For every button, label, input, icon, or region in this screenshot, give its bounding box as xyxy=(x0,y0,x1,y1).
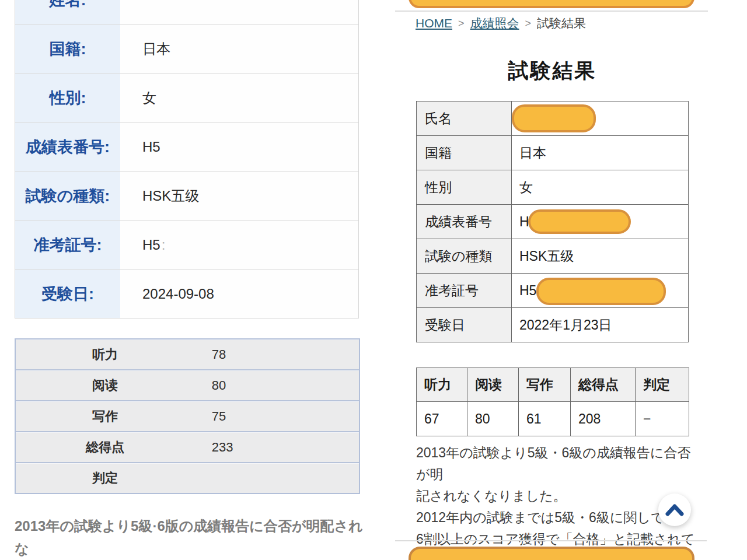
score-header: 判定 xyxy=(636,368,689,402)
row-label: 氏名 xyxy=(417,102,512,135)
breadcrumb-results-link[interactable]: 成績照会 xyxy=(470,15,519,32)
row-value: 女 xyxy=(512,170,688,204)
score-value: 80 xyxy=(194,370,359,400)
row-label: 准考証号 xyxy=(417,274,512,307)
redaction-mark xyxy=(528,209,631,234)
score-value: 67 xyxy=(417,402,467,436)
table-row: 准考証号: H5 : xyxy=(15,220,358,270)
score-header: 听力 xyxy=(417,368,467,402)
row-value: 女 xyxy=(120,74,358,122)
row-value xyxy=(512,102,688,135)
right-note-text: 2013年の試験より5級・6級の成績報告に合否が明 記されなくなりました。 20… xyxy=(416,442,699,560)
left-score-table: 听力 78 阅读 80 写作 75 総得点 233 判定 xyxy=(15,338,360,494)
breadcrumb-separator: > xyxy=(525,18,532,30)
chevron-up-icon xyxy=(665,503,685,516)
table-row: 性別: 女 xyxy=(15,74,358,123)
score-header-row: 听力 阅读 写作 総得点 判定 xyxy=(417,368,689,402)
row-value-text: H5 xyxy=(142,237,160,253)
row-value-text: H5 xyxy=(519,283,536,299)
row-value: 日本 xyxy=(512,136,688,170)
table-row: 听力 78 xyxy=(16,340,359,370)
score-label: 听力 xyxy=(16,340,194,369)
table-row: 受験日 2022年1月23日 xyxy=(417,308,688,342)
table-row: 受験日: 2024-09-08 xyxy=(15,270,358,318)
row-value: 日本 xyxy=(120,24,358,73)
left-note-text: 2013年の試験より5級·6版の成績報告に合否が明配されな くなりました。 xyxy=(15,514,368,560)
redaction-bar-bottom xyxy=(409,547,694,560)
divider-line xyxy=(395,540,707,541)
row-value xyxy=(120,0,358,24)
score-value: 78 xyxy=(194,340,359,369)
breadcrumb-home-link[interactable]: HOME xyxy=(416,16,452,30)
table-row: 成績表番号: H5 xyxy=(15,123,358,172)
score-label: 判定 xyxy=(16,463,194,493)
score-header: 阅读 xyxy=(467,368,519,402)
table-row: 国籍 日本 xyxy=(417,136,688,170)
score-value: 75 xyxy=(194,401,359,431)
score-value xyxy=(194,463,359,493)
scroll-to-top-button[interactable] xyxy=(658,494,691,526)
row-label: 成績表番号 xyxy=(417,205,512,239)
redaction-bar-top xyxy=(409,0,694,8)
right-score-table: 听力 阅读 写作 総得点 判定 67 80 61 208 − xyxy=(416,368,689,436)
row-label: 姓名: xyxy=(15,0,120,24)
row-label: 受験日 xyxy=(417,308,512,342)
row-label: 成績表番号: xyxy=(15,123,120,171)
faded-fragment: : xyxy=(162,237,166,253)
table-row: 阅读 80 xyxy=(16,370,359,401)
note-line: 記されなくなりました。 xyxy=(416,485,699,507)
table-row: 姓名: xyxy=(15,0,358,24)
page-title: 試験結果 xyxy=(416,57,689,85)
table-row: 試験の種類 HSK五级 xyxy=(417,239,688,274)
row-label: 国籍: xyxy=(15,24,120,73)
score-value-row: 67 80 61 208 − xyxy=(417,402,689,436)
table-row: 国籍: 日本 xyxy=(15,24,358,74)
table-row: 氏名 xyxy=(417,102,688,136)
score-label: 総得点 xyxy=(16,432,194,462)
divider-line xyxy=(395,10,708,12)
score-header: 総得点 xyxy=(571,368,636,402)
table-row: 写作 75 xyxy=(16,401,359,432)
table-row: 試験の種類: HSK五级 xyxy=(15,172,358,220)
row-value: 2022年1月23日 xyxy=(512,308,688,342)
score-value: 208 xyxy=(571,402,636,436)
row-label: 性別: xyxy=(15,74,120,122)
score-value: − xyxy=(636,402,689,436)
note-line: 2012年内の試験までは5級・6級に関しても、 xyxy=(416,507,699,528)
page: 姓名: 国籍: 日本 性別: 女 成績表番号: H5 試験の種類: HSK五级 … xyxy=(0,0,747,560)
row-value: H5 xyxy=(512,274,688,307)
row-value: HSK五级 xyxy=(120,172,358,220)
redaction-mark xyxy=(536,278,666,305)
row-label: 試験の種類: xyxy=(15,172,120,220)
score-value: 233 xyxy=(194,432,359,462)
row-label: 国籍 xyxy=(417,136,512,170)
breadcrumb: HOME > 成績照会 > 試験結果 xyxy=(416,15,586,32)
note-line: 2013年の試験より5級・6級の成績報告に合否が明 xyxy=(416,442,699,485)
breadcrumb-separator: > xyxy=(458,18,465,30)
table-row: 性別 女 xyxy=(417,170,688,205)
row-value: H5 : xyxy=(120,220,358,269)
row-label: 准考証号: xyxy=(15,220,120,269)
table-row: 総得点 233 xyxy=(16,432,359,463)
score-value: 80 xyxy=(467,402,519,436)
score-label: 写作 xyxy=(16,401,194,431)
redaction-mark xyxy=(512,104,596,132)
right-candidate-info-table: 氏名 国籍 日本 性別 女 成績表番号 H 試験の種類 HSK五级 准考証号 xyxy=(416,101,689,342)
score-label: 阅读 xyxy=(16,370,194,400)
row-label: 性別 xyxy=(417,170,512,204)
row-value: H xyxy=(512,205,688,239)
score-header: 写作 xyxy=(519,368,571,402)
table-row: 成績表番号 H xyxy=(417,205,688,239)
row-value: H5 xyxy=(120,123,358,171)
table-row: 准考証号 H5 xyxy=(417,274,688,308)
row-value: 2024-09-08 xyxy=(120,270,358,318)
table-row: 判定 xyxy=(16,463,359,493)
row-label: 試験の種類 xyxy=(417,239,512,273)
left-candidate-info-table: 姓名: 国籍: 日本 性別: 女 成績表番号: H5 試験の種類: HSK五级 … xyxy=(15,0,359,318)
note-line: 2013年の試験より5級·6版の成績報告に合否が明配されな xyxy=(15,514,368,560)
row-label: 受験日: xyxy=(15,270,120,318)
row-value: HSK五级 xyxy=(512,239,688,273)
score-value: 61 xyxy=(519,402,571,436)
breadcrumb-current: 試験結果 xyxy=(537,15,586,32)
